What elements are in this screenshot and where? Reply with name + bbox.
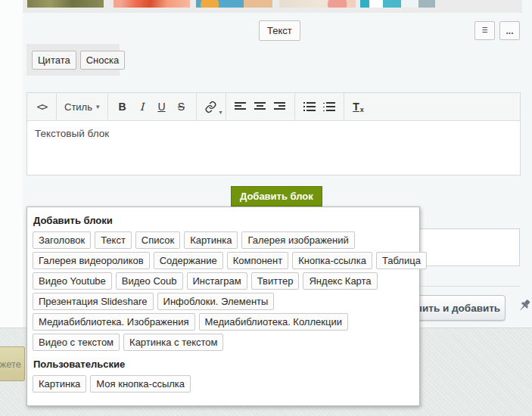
gallery-thumbnail[interactable] — [196, 0, 272, 8]
gallery-thumbnail[interactable] — [279, 0, 356, 8]
block-type-button[interactable]: Видео Coub — [116, 272, 183, 290]
remove-format-button[interactable]: Tx — [349, 97, 369, 116]
block-type-button[interactable]: Инфоблоки. Элементы — [157, 293, 275, 310]
align-left-button[interactable] — [231, 97, 250, 116]
style-label: Стиль — [64, 101, 92, 113]
block-type-button[interactable]: Видео с текстом — [33, 334, 120, 351]
align-right-icon — [274, 101, 286, 112]
bullet-list-icon — [303, 101, 316, 112]
block-type-button[interactable]: Текст — [95, 231, 132, 249]
gallery-thumbnail[interactable] — [360, 0, 435, 8]
menu-icon: ☰ — [481, 27, 487, 34]
block-type-button[interactable]: Презентация Slideshare — [33, 293, 154, 310]
block-type-button[interactable]: Заголовок — [33, 231, 91, 249]
add-block-dropdown: Добавить блоки Заголовок Текст Список Ка… — [26, 206, 420, 406]
block-row: Галерея видеороликов Содержание Компонен… — [33, 252, 414, 269]
align-center-button[interactable] — [250, 97, 270, 116]
block-type-button[interactable]: Картинка — [33, 375, 86, 393]
gallery-thumbnail[interactable] — [27, 0, 104, 8]
block-type-button[interactable]: Инстаграм — [187, 272, 247, 290]
align-center-icon — [254, 101, 266, 112]
block-row: Презентация Slideshare Инфоблоки. Элемен… — [33, 293, 414, 310]
remove-format-icon: T — [353, 101, 359, 113]
pin-icon[interactable] — [518, 299, 531, 317]
block-type-label[interactable]: Текст — [259, 20, 300, 41]
add-block-button[interactable]: Добавить блок — [231, 186, 322, 206]
block-row: Картинка Моя кнопка-ссылка — [33, 375, 414, 393]
quote-toolbar: Цитата Сноска — [26, 44, 120, 76]
block-row: Видео с текстом Картинка с текстом — [33, 334, 414, 351]
style-dropdown[interactable]: Стиль ▾ — [61, 97, 103, 116]
chevron-down-icon: ▾ — [219, 109, 222, 116]
block-type-button[interactable]: Картинка с текстом — [123, 334, 223, 351]
block-type-button[interactable]: Видео Youtube — [33, 272, 112, 290]
block-row: Видео Youtube Видео Coub Инстаграм Твитт… — [33, 272, 414, 290]
block-row: Медиабиблиотека. Изображения Медиабиблио… — [33, 313, 414, 331]
block-type-button[interactable]: Список — [135, 231, 180, 249]
save-and-add-button[interactable]: нить и добавить — [411, 295, 506, 321]
block-menu-button[interactable]: ☰ — [474, 21, 495, 40]
source-code-icon: <> — [37, 101, 47, 113]
block-type-button[interactable]: Галерея изображений — [241, 231, 354, 249]
dropdown-title: Добавить блоки — [33, 215, 414, 226]
text-editor: <> Стиль ▾ B I U S ▾ — [26, 92, 521, 175]
block-type-button[interactable]: Твиттер — [251, 272, 300, 290]
dropdown-custom-title: Пользовательские — [33, 359, 414, 370]
block-type-button[interactable]: Яндекс Карта — [303, 272, 377, 290]
block-row: Заголовок Текст Список Картинка Галерея … — [33, 231, 414, 249]
chevron-down-icon: ▾ — [96, 103, 100, 110]
gallery-thumbnail[interactable] — [114, 0, 190, 8]
align-left-icon — [235, 101, 247, 112]
link-icon — [204, 101, 217, 113]
bold-button[interactable]: B — [113, 97, 132, 116]
quote-button[interactable]: Цитата — [32, 51, 76, 70]
hint-note[interactable]: жете — [0, 346, 25, 381]
block-type-button[interactable]: Компонент — [227, 252, 289, 269]
align-right-button[interactable] — [270, 97, 290, 116]
more-icon: ... — [506, 26, 513, 36]
source-code-button[interactable]: <> — [32, 97, 51, 116]
block-type-button[interactable]: Медиабиблиотека. Изображения — [33, 313, 195, 331]
block-type-button[interactable]: Кнопка-ссылка — [292, 252, 372, 269]
block-type-button[interactable]: Таблица — [376, 252, 427, 269]
numbered-list-icon — [323, 101, 335, 112]
block-type-button[interactable]: Содержание — [154, 252, 223, 269]
link-button[interactable]: ▾ — [201, 97, 221, 116]
editor-text-area[interactable]: Текстовый блок — [27, 121, 520, 175]
block-type-button[interactable]: Галерея видеороликов — [33, 252, 150, 269]
block-type-button[interactable]: Картинка — [184, 231, 238, 249]
editor-toolbar: <> Стиль ▾ B I U S ▾ — [27, 93, 520, 121]
block-type-button[interactable]: Медиабиблиотека. Коллекции — [199, 313, 348, 331]
gallery-thumbnail-strip — [23, 0, 522, 13]
numbered-list-button[interactable] — [319, 97, 339, 116]
bullet-list-button[interactable] — [300, 97, 319, 116]
block-type-button[interactable]: Моя кнопка-ссылка — [90, 375, 191, 393]
footnote-button[interactable]: Сноска — [80, 51, 126, 70]
block-more-button[interactable]: ... — [499, 21, 520, 40]
italic-button[interactable]: I — [132, 97, 152, 116]
underline-button[interactable]: U — [152, 97, 172, 116]
strikethrough-button[interactable]: S — [172, 97, 191, 116]
